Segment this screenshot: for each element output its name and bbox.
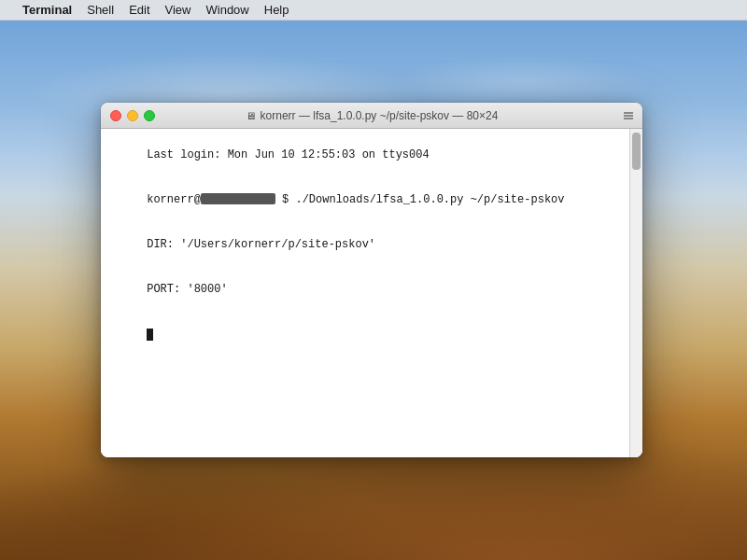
text-cursor xyxy=(147,329,153,341)
svg-rect-2 xyxy=(624,118,633,119)
menubar-item-help[interactable]: Help xyxy=(257,0,297,21)
window-title: 🖥 kornerr — lfsa_1.0.0.py ~/p/site-pskov… xyxy=(246,109,499,122)
menubar-item-edit[interactable]: Edit xyxy=(121,0,157,21)
title-bar: 🖥 kornerr — lfsa_1.0.0.py ~/p/site-pskov… xyxy=(101,103,642,129)
menubar-item-view[interactable]: View xyxy=(158,0,199,21)
terminal-content[interactable]: Last login: Mon Jun 10 12:55:03 on ttys0… xyxy=(101,129,642,457)
scroll-button[interactable] xyxy=(622,109,635,122)
command-text: $ ./Downloads/lfsa_1.0.0.py ~/p/site-psk… xyxy=(275,193,565,206)
menubar-item-terminal[interactable]: Terminal xyxy=(15,0,79,21)
username-prefix: kornerr@ xyxy=(147,193,201,206)
terminal-window: 🖥 kornerr — lfsa_1.0.0.py ~/p/site-pskov… xyxy=(101,103,642,457)
menubar-item-shell[interactable]: Shell xyxy=(79,0,121,21)
terminal-line-2: kornerr@ $ ./Downloads/lfsa_1.0.0.py ~/p… xyxy=(106,177,637,222)
terminal-line-1: Last login: Mon Jun 10 12:55:03 on ttys0… xyxy=(106,133,637,177)
terminal-line-cursor xyxy=(106,312,637,357)
close-button[interactable] xyxy=(110,110,121,121)
maximize-button[interactable] xyxy=(144,110,155,121)
minimize-button[interactable] xyxy=(127,110,138,121)
svg-rect-0 xyxy=(624,112,633,114)
traffic-lights xyxy=(110,110,155,121)
terminal-line-4: PORT: '8000' xyxy=(106,267,637,312)
terminal-line-3: DIR: '/Users/kornerr/p/site-pskov' xyxy=(106,222,637,267)
scrollbar-thumb[interactable] xyxy=(632,133,641,170)
window-title-text: kornerr — lfsa_1.0.0.py ~/p/site-pskov —… xyxy=(261,109,499,122)
svg-rect-1 xyxy=(624,115,633,117)
menubar: Terminal Shell Edit View Window Help xyxy=(0,0,747,21)
terminal-icon: 🖥 xyxy=(246,110,256,121)
menubar-item-window[interactable]: Window xyxy=(199,0,257,21)
redacted-hostname xyxy=(201,193,275,204)
scrollbar[interactable] xyxy=(629,129,642,457)
